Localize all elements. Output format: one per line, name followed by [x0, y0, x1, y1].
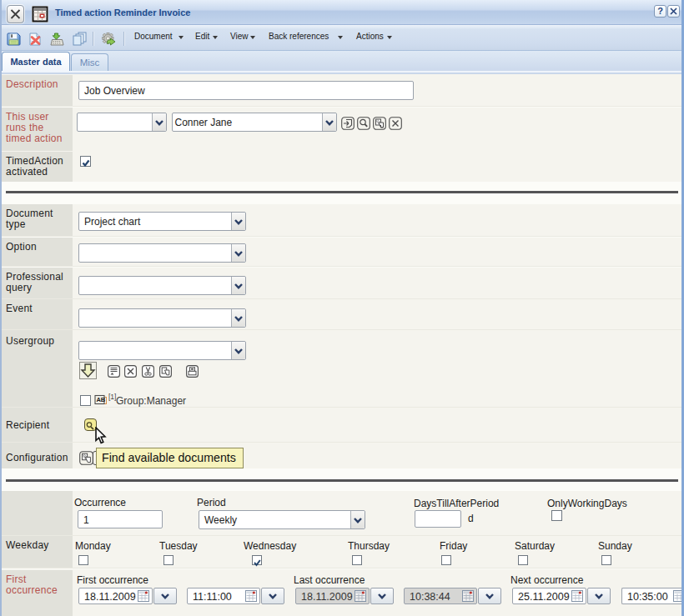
svg-text:AB: AB: [96, 396, 105, 403]
